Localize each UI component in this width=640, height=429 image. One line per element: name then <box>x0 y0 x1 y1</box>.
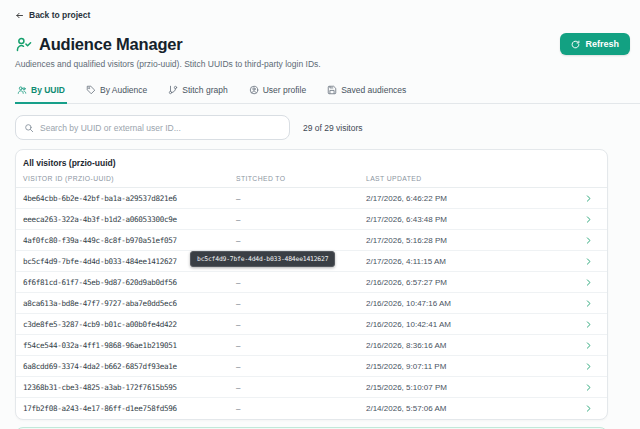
last-updated-value: 2/14/2026, 5:57:06 AM <box>366 404 575 413</box>
column-header-actions <box>575 175 601 182</box>
search-input[interactable] <box>40 123 281 133</box>
column-header-visitor-id: VISITOR ID (PRZIO-UUID) <box>23 175 236 182</box>
tab-stitch-graph[interactable]: Stitch graph <box>166 85 229 104</box>
tab-by-audience[interactable]: By Audience <box>84 85 149 104</box>
refresh-icon <box>571 40 580 49</box>
search-icon <box>24 123 34 133</box>
stitched-to-value: – <box>236 278 366 287</box>
chevron-right-icon[interactable] <box>584 341 593 350</box>
visitor-uuid: f54ce544-032a-4ff1-9868-96ae1b219051 <box>23 341 236 350</box>
last-updated-value: 2/16/2026, 10:42:41 AM <box>366 320 575 329</box>
last-updated-value: 2/15/2026, 5:10:07 PM <box>366 383 575 392</box>
tab-label: By Audience <box>100 85 147 95</box>
stitched-to-value: – <box>236 299 366 308</box>
stitched-to-value: – <box>236 341 366 350</box>
table-row[interactable]: eeeca263-322a-4b3f-b1d2-a06053300c9e – 2… <box>16 209 607 230</box>
table-row[interactable]: 6f6f81cd-61f7-45eb-9d87-620d9ab0df56 – 2… <box>16 272 607 293</box>
people-icon <box>17 85 27 95</box>
chevron-right-icon[interactable] <box>584 404 593 413</box>
table-row[interactable]: 17fb2f08-a243-4e17-86ff-d1ee758fd596 – 2… <box>16 398 607 419</box>
visitor-uuid: c3de8fe5-3287-4cb9-b01c-a00b0fe4d422 <box>23 320 236 329</box>
page-title: Audience Manager <box>39 35 183 54</box>
stitched-to-value: – <box>236 362 366 371</box>
last-updated-value: 2/17/2026, 4:11:15 AM <box>366 257 575 266</box>
stitched-to-value: – <box>236 215 366 224</box>
last-updated-value: 2/16/2026, 6:57:27 PM <box>366 278 575 287</box>
save-icon <box>327 85 337 95</box>
stitched-to-value: – <box>236 320 366 329</box>
column-header-stitched-to: STITCHED TO <box>236 175 366 182</box>
chevron-right-icon[interactable] <box>584 236 593 245</box>
chevron-right-icon[interactable] <box>584 299 593 308</box>
tag-icon <box>86 85 96 95</box>
visitor-uuid: 4be64cbb-6b2e-42bf-ba1a-a29537d821e6 <box>23 194 236 203</box>
visitor-uuid: 4af0fc80-f39a-449c-8c8f-b970a51ef057 <box>23 236 236 245</box>
back-link-label: Back to project <box>29 10 90 20</box>
search-row: 29 of 29 visitors <box>15 115 625 140</box>
visitor-uuid: 6f6f81cd-61f7-45eb-9d87-620d9ab0df56 <box>23 278 236 287</box>
chevron-right-icon[interactable] <box>584 383 593 392</box>
branch-icon <box>168 85 178 95</box>
table-row[interactable]: a8ca613a-bd8e-47f7-9727-aba7e0dd5ec6 – 2… <box>16 293 607 314</box>
visitor-count: 29 of 29 visitors <box>303 123 363 133</box>
last-updated-value: 2/17/2026, 5:16:28 PM <box>366 236 575 245</box>
last-updated-value: 2/16/2026, 8:36:16 AM <box>366 341 575 350</box>
table-row[interactable]: 4be64cbb-6b2e-42bf-ba1a-a29537d821e6 – 2… <box>16 188 607 209</box>
stitched-to-value: – <box>236 236 366 245</box>
last-updated-value: 2/16/2026, 10:47:16 AM <box>366 299 575 308</box>
tab-label: Saved audiences <box>341 85 406 95</box>
chevron-right-icon[interactable] <box>584 362 593 371</box>
refresh-button[interactable]: Refresh <box>560 33 630 55</box>
stitched-to-value: – <box>236 194 366 203</box>
tab-label: Stitch graph <box>182 85 227 95</box>
stitched-to-value: – <box>236 404 366 413</box>
page-subtitle: Audiences and qualified visitors (przio-… <box>15 59 625 69</box>
column-header-last-updated: LAST UPDATED <box>366 175 575 182</box>
table-header-row: VISITOR ID (PRZIO-UUID) STITCHED TO LAST… <box>16 175 607 188</box>
refresh-label: Refresh <box>585 39 619 49</box>
tab-saved-audiences[interactable]: Saved audiences <box>325 85 408 104</box>
visitor-uuid: eeeca263-322a-4b3f-b1d2-a06053300c9e <box>23 215 236 224</box>
visitor-uuid: a8ca613a-bd8e-47f7-9727-aba7e0dd5ec6 <box>23 299 236 308</box>
audience-manager-page: Back to project Audience Manager Refresh… <box>0 0 640 429</box>
back-to-project-link[interactable]: Back to project <box>15 0 90 20</box>
uuid-tooltip: bc5cf4d9-7bfe-4d4d-b033-484ee1412627 <box>190 251 335 267</box>
tab-label: User profile <box>263 85 306 95</box>
visitor-uuid: 6a8cdd69-3374-4da2-b662-6857df93ea1e <box>23 362 236 371</box>
title-row: Audience Manager Refresh <box>15 33 625 55</box>
all-visitors-card: All visitors (przio-uuid) VISITOR ID (PR… <box>15 149 608 420</box>
last-updated-value: 2/17/2026, 6:43:48 PM <box>366 215 575 224</box>
stitched-to-value: – <box>236 383 366 392</box>
visitor-uuid: 12368b31-cbe3-4825-a3ab-172f7615b595 <box>23 383 236 392</box>
back-arrow-icon <box>15 11 24 20</box>
visitor-uuid: 17fb2f08-a243-4e17-86ff-d1ee758fd596 <box>23 404 236 413</box>
tab-user-profile[interactable]: User profile <box>247 85 308 104</box>
search-box[interactable] <box>15 115 290 140</box>
tab-by-uuid[interactable]: By UUID <box>15 85 67 104</box>
user-check-icon <box>15 36 32 53</box>
chevron-right-icon[interactable] <box>584 320 593 329</box>
table-row[interactable]: 4af0fc80-f39a-449c-8c8f-b970a51ef057 – 2… <box>16 230 607 251</box>
tab-label: By UUID <box>31 85 65 95</box>
user-circle-icon <box>249 85 259 95</box>
table-row[interactable]: f54ce544-032a-4ff1-9868-96ae1b219051 – 2… <box>16 335 607 356</box>
chevron-right-icon[interactable] <box>584 257 593 266</box>
chevron-right-icon[interactable] <box>584 194 593 203</box>
last-updated-value: 2/17/2026, 6:46:22 PM <box>366 194 575 203</box>
table-body: 4be64cbb-6b2e-42bf-ba1a-a29537d821e6 – 2… <box>16 188 607 419</box>
table-row[interactable]: c3de8fe5-3287-4cb9-b01c-a00b0fe4d422 – 2… <box>16 314 607 335</box>
chevron-right-icon[interactable] <box>584 215 593 224</box>
chevron-right-icon[interactable] <box>584 278 593 287</box>
table-row[interactable]: 6a8cdd69-3374-4da2-b662-6857df93ea1e – 2… <box>16 356 607 377</box>
tab-bar: By UUID By Audience Stitch graph User pr… <box>15 85 640 104</box>
table-row[interactable]: 12368b31-cbe3-4825-a3ab-172f7615b595 – 2… <box>16 377 607 398</box>
last-updated-value: 2/15/2026, 9:07:11 PM <box>366 362 575 371</box>
card-title: All visitors (przio-uuid) <box>16 150 607 175</box>
